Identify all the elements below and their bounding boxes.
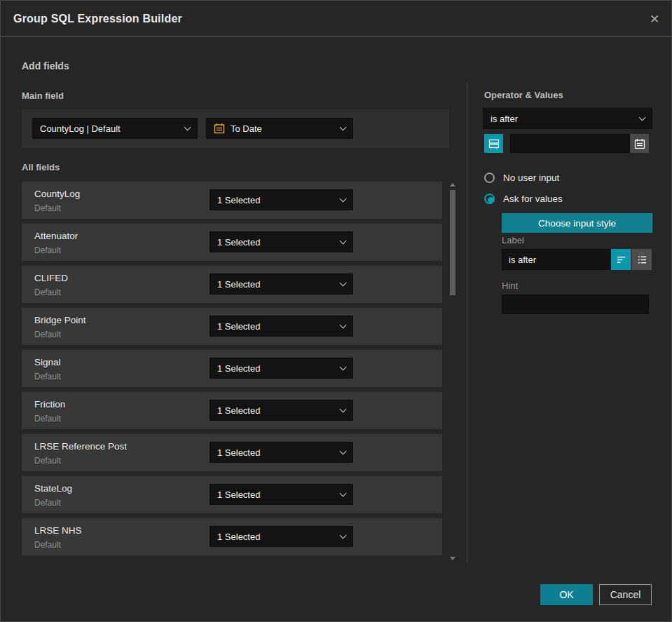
chevron-down-icon [340, 405, 347, 412]
field-values-select[interactable]: 1 Selected [210, 316, 353, 337]
field-name: LRSE NHS [34, 525, 82, 536]
list-scrollbar[interactable] [448, 182, 457, 562]
field-subtitle: Default [34, 414, 61, 424]
field-row: CLIFED Default 1 Selected [22, 266, 442, 303]
field-name: StateLog [34, 483, 72, 494]
chevron-down-icon [340, 195, 347, 202]
field-values-select-value: 1 Selected [217, 237, 335, 248]
ok-button[interactable]: OK [540, 584, 593, 605]
radio-icon [484, 194, 495, 204]
field-name: CLIFED [34, 273, 68, 283]
field-subtitle: Default [34, 456, 61, 466]
field-values-select[interactable]: 1 Selected [210, 484, 353, 505]
field-subtitle: Default [34, 372, 61, 381]
chevron-down-icon [184, 123, 191, 130]
field-values-select-value: 1 Selected [217, 447, 335, 458]
field-values-select[interactable]: 1 Selected [210, 442, 353, 463]
dialog-title: Group SQL Expression Builder [13, 13, 182, 25]
date-mode-select[interactable]: To Date [206, 118, 353, 139]
all-fields-list: CountyLog Default 1 Selected Attenuator … [22, 182, 442, 560]
hint-field-label: Hint [502, 280, 518, 291]
field-row: LRSE Reference Post Default 1 Selected [22, 434, 442, 471]
main-field-select[interactable]: CountyLog | Default [32, 118, 198, 139]
dialog-header: Group SQL Expression Builder ✕ [1, 1, 671, 37]
cancel-button[interactable]: Cancel [599, 584, 652, 605]
calendar-icon [214, 123, 225, 134]
field-subtitle: Default [34, 288, 61, 297]
field-values-select[interactable]: 1 Selected [210, 231, 353, 252]
radio-ask-for-values[interactable]: Ask for values [484, 194, 563, 204]
field-values-select[interactable]: 1 Selected [210, 189, 353, 210]
field-row: Attenuator Default 1 Selected [22, 224, 442, 261]
chevron-down-icon [340, 321, 347, 328]
field-values-select-value: 1 Selected [217, 363, 335, 374]
field-name: Attenuator [34, 231, 78, 241]
group-sql-expression-builder-dialog: Group SQL Expression Builder ✕ Add field… [0, 0, 672, 622]
add-fields-heading: Add fields [22, 60, 69, 72]
field-subtitle: Default [34, 540, 61, 550]
field-row: LRSE NHS Default 1 Selected [22, 518, 442, 555]
field-row: Friction Default 1 Selected [22, 392, 442, 429]
field-row: CountyLog Default 1 Selected [22, 182, 442, 219]
scroll-down-icon[interactable] [450, 557, 455, 560]
date-picker-button[interactable] [630, 134, 649, 153]
align-left-icon [616, 255, 626, 265]
choose-input-style-button[interactable]: Choose input style [502, 213, 652, 233]
field-values-select-value: 1 Selected [217, 279, 335, 290]
main-field-panel: CountyLog | Default To Date [22, 109, 449, 148]
field-values-select[interactable]: 1 Selected [210, 400, 353, 421]
field-name: Signal [34, 357, 61, 367]
label-input[interactable] [502, 249, 611, 270]
chevron-down-icon [340, 279, 347, 286]
radio-label: Ask for values [503, 194, 563, 204]
chevron-down-icon [340, 363, 347, 370]
operator-values-heading: Operator & Values [484, 90, 563, 100]
label-style-segmented-control [611, 249, 652, 270]
field-name: Bridge Point [34, 315, 86, 325]
field-row: StateLog Default 1 Selected [22, 476, 442, 513]
field-subtitle: Default [34, 330, 61, 339]
radio-label: No user input [503, 173, 559, 183]
main-field-select-value: CountyLog | Default [40, 123, 179, 134]
chevron-down-icon [340, 123, 347, 130]
scroll-up-icon[interactable] [450, 183, 455, 187]
field-values-select[interactable]: 1 Selected [210, 358, 353, 379]
value-list-icon [488, 138, 500, 149]
field-subtitle: Default [34, 498, 61, 508]
chevron-down-icon [340, 237, 347, 244]
hint-input[interactable] [502, 295, 649, 314]
operator-select[interactable]: is after [483, 108, 652, 129]
radio-icon [484, 173, 495, 183]
date-mode-select-value: To Date [231, 123, 335, 134]
all-fields-heading: All fields [22, 162, 60, 173]
field-values-select-value: 1 Selected [217, 405, 335, 416]
value-input-mode-button[interactable] [484, 134, 503, 153]
chevron-down-icon [340, 532, 347, 539]
bulleted-list-icon [637, 255, 647, 265]
scrollbar-thumb[interactable] [450, 190, 455, 295]
value-input[interactable] [510, 134, 630, 153]
panel-divider [467, 83, 467, 562]
close-icon[interactable]: ✕ [646, 11, 663, 27]
field-row: Signal Default 1 Selected [22, 350, 442, 387]
label-field-label: Label [502, 235, 524, 245]
calendar-icon [634, 138, 645, 149]
chevron-down-icon [340, 489, 347, 496]
field-values-select[interactable]: 1 Selected [210, 273, 353, 295]
field-row: Bridge Point Default 1 Selected [22, 308, 442, 345]
field-values-select[interactable]: 1 Selected [210, 526, 353, 547]
field-values-select-value: 1 Selected [217, 195, 335, 205]
field-subtitle: Default [34, 203, 61, 213]
radio-no-user-input[interactable]: No user input [484, 173, 559, 183]
main-field-heading: Main field [22, 90, 64, 101]
field-values-select-value: 1 Selected [217, 532, 335, 542]
field-values-select-value: 1 Selected [217, 321, 335, 332]
field-name: LRSE Reference Post [34, 441, 127, 452]
field-name: CountyLog [34, 189, 80, 199]
single-line-style-button[interactable] [611, 249, 631, 270]
field-values-select-value: 1 Selected [217, 489, 335, 500]
list-style-button[interactable] [632, 249, 652, 270]
field-name: Friction [34, 399, 65, 410]
operator-select-value: is after [491, 114, 634, 124]
chevron-down-icon [639, 114, 646, 121]
